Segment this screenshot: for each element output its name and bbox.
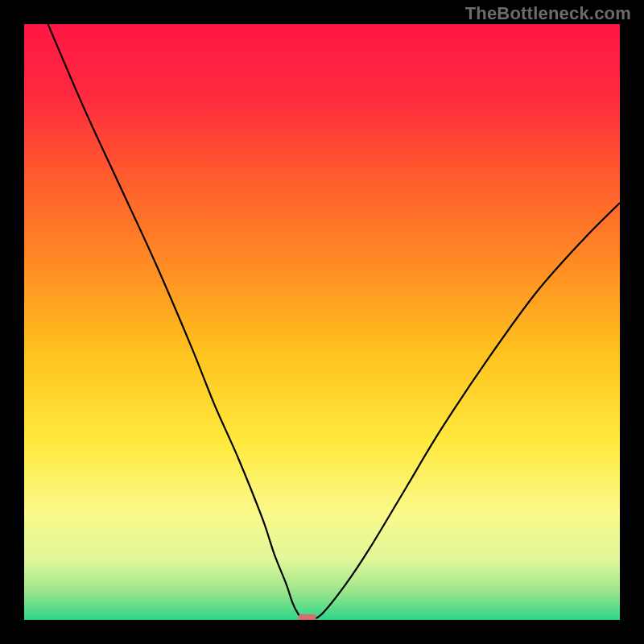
watermark-text: TheBottleneck.com xyxy=(465,3,631,24)
chart-svg xyxy=(24,24,620,620)
chart-frame: TheBottleneck.com xyxy=(0,0,644,644)
optimum-marker xyxy=(299,614,316,620)
plot-area xyxy=(24,24,620,620)
gradient-background xyxy=(24,24,620,620)
